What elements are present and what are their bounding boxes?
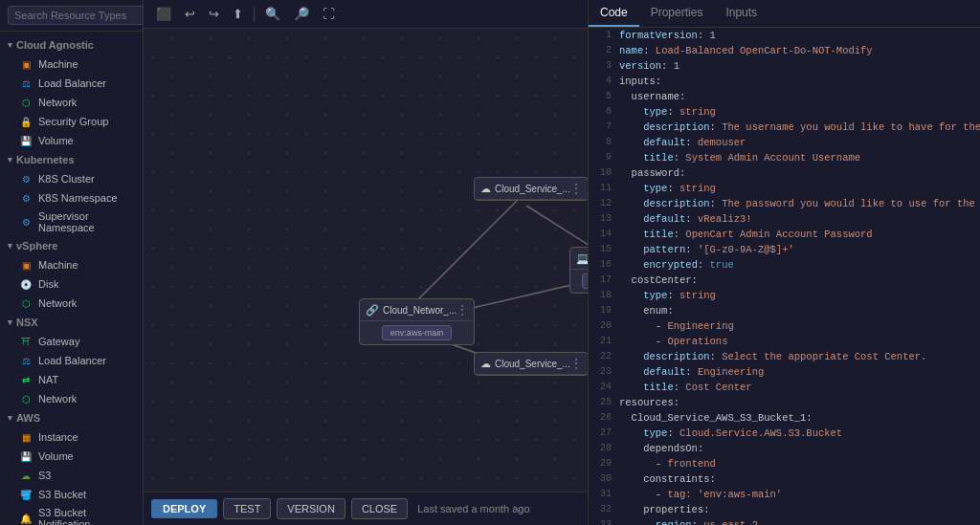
- line-number: 16: [592, 257, 619, 273]
- line-content: constraints:: [619, 471, 976, 487]
- code-line: 19 enum:: [589, 303, 980, 318]
- sidebar-item-supervisor[interactable]: ⚙ Supervisor Namespace: [0, 208, 143, 236]
- category-label: AWS: [16, 412, 40, 424]
- sidebar-item-nat[interactable]: ⇄ NAT: [0, 370, 143, 389]
- line-content: description: The username you would like…: [619, 120, 980, 135]
- sidebar-item-network[interactable]: ⬡ Network: [0, 93, 143, 112]
- node-header: 💻 frontend ⋮: [570, 248, 588, 270]
- node-cloud-service-2[interactable]: ☁ Cloud_Service_... ⋮: [474, 352, 588, 376]
- node-cloud-service-1[interactable]: ☁ Cloud_Service_... ⋮: [474, 177, 588, 201]
- sidebar: ↻ ▾ Cloud Agnostic ▣ Machine ⚖ Load Bala…: [0, 0, 144, 525]
- sidebar-item-label: Volume: [38, 135, 74, 146]
- code-line: 27 type: Cloud.Service.AWS.S3.Bucket: [589, 426, 980, 441]
- deploy-button[interactable]: DEPLOY: [151, 499, 217, 518]
- node-menu-icon[interactable]: ⋮: [457, 303, 468, 317]
- sidebar-item-machine[interactable]: ▣ Machine: [0, 55, 143, 74]
- code-line: 14 title: OpenCart Admin Account Passwor…: [589, 227, 980, 242]
- search-input[interactable]: [8, 6, 144, 25]
- sidebar-item-label: Load Balancer: [38, 355, 106, 366]
- monitor-button[interactable]: ⬛: [151, 4, 176, 24]
- sidebar-item-s3bucket[interactable]: 🪣 S3 Bucket: [0, 485, 143, 504]
- volume-icon: 💾: [19, 449, 33, 463]
- code-line: 11 type: string: [589, 181, 980, 196]
- fullscreen-button[interactable]: ⛶: [318, 4, 340, 24]
- tab-code[interactable]: Code: [589, 0, 639, 27]
- line-number: 26: [592, 410, 619, 426]
- close-button[interactable]: CLOSE: [351, 498, 408, 519]
- category-kubernetes[interactable]: ▾ Kubernetes: [0, 150, 143, 169]
- category-cloud-agnostic[interactable]: ▾ Cloud Agnostic: [0, 35, 143, 55]
- svg-line-4: [412, 196, 522, 306]
- code-line: 13 default: vRealiz3!: [589, 211, 980, 227]
- sidebar-item-vsphere-machine[interactable]: ▣ Machine: [0, 255, 143, 274]
- canvas-toolbar: ⬛ ↩ ↪ ⬆ 🔍 🔎 ⛶: [144, 0, 588, 29]
- line-content: - Operations: [619, 334, 976, 349]
- node-frontend[interactable]: 💻 frontend ⋮ env:aws-main: [569, 247, 588, 294]
- upload-button[interactable]: ⬆: [228, 4, 248, 24]
- sidebar-item-instance[interactable]: ▦ Instance: [0, 427, 143, 447]
- sidebar-item-securitygroup[interactable]: 🔒 Security Group: [0, 112, 143, 131]
- k8s-icon: ⚙: [19, 191, 33, 205]
- sidebar-item-volume[interactable]: 💾 Volume: [0, 131, 143, 150]
- line-content: - Engineering: [619, 318, 976, 334]
- sidebar-item-disk[interactable]: 💿 Disk: [0, 274, 143, 294]
- code-line: 28 dependsOn:: [589, 441, 980, 456]
- line-number: 25: [592, 395, 619, 410]
- category-vsphere[interactable]: ▾ vSphere: [0, 236, 143, 255]
- machine-icon: ▣: [19, 258, 33, 272]
- node-cloud-network[interactable]: 🔗 Cloud_Networ_... ⋮ env:aws-main: [359, 298, 475, 345]
- line-number: 7: [592, 120, 619, 135]
- code-line: 24 title: Cost Center: [589, 380, 980, 395]
- node-header-left: ☁ Cloud_Service_...: [480, 358, 570, 370]
- canvas[interactable]: ☁ Cloud_Service_... ⋮ 💻 frontend ⋮ env:a…: [144, 29, 588, 492]
- line-number: 5: [592, 89, 619, 104]
- category-aws[interactable]: ▾ AWS: [0, 408, 143, 427]
- node-header: ☁ Cloud_Service_... ⋮: [475, 353, 588, 375]
- sidebar-item-k8scluster[interactable]: ⚙ K8S Cluster: [0, 169, 143, 188]
- category-label: Cloud Agnostic: [16, 39, 94, 51]
- redo-button[interactable]: ↪: [204, 4, 224, 24]
- sidebar-item-loadbalancer[interactable]: ⚖ Load Balancer: [0, 74, 143, 93]
- code-line: 21 - Operations: [589, 334, 980, 349]
- line-content: password:: [619, 165, 976, 181]
- node-header-left: 🔗 Cloud_Networ_...: [366, 304, 457, 317]
- node-badge: env:aws-main: [582, 273, 588, 289]
- category-nsx[interactable]: ▾ NSX: [0, 313, 143, 332]
- line-content: title: OpenCart Admin Account Password: [619, 227, 976, 242]
- line-content: description: Select the appopriate Cost …: [619, 349, 976, 364]
- sidebar-item-nsx-lb[interactable]: ⚖ Load Balancer: [0, 351, 143, 370]
- sidebar-item-k8snamespace[interactable]: ⚙ K8S Namespace: [0, 188, 143, 208]
- code-line: 20 - Engineering: [589, 318, 980, 334]
- line-content: title: System Admin Account Username: [619, 150, 976, 165]
- tab-inputs[interactable]: Inputs: [714, 0, 768, 27]
- sidebar-item-s3[interactable]: ☁ S3: [0, 466, 143, 485]
- code-content[interactable]: 1formatVersion: 12name: Load-Balanced Op…: [589, 28, 980, 525]
- code-line: 25resources:: [589, 395, 980, 410]
- test-button[interactable]: TEST: [223, 498, 271, 519]
- line-content: resources:: [619, 395, 976, 410]
- line-content: costCenter:: [619, 273, 976, 288]
- tab-properties[interactable]: Properties: [639, 0, 715, 27]
- sidebar-item-aws-volume[interactable]: 💾 Volume: [0, 447, 143, 466]
- loadbalancer-icon: ⚖: [19, 77, 33, 90]
- line-number: 20: [592, 318, 619, 334]
- sidebar-item-label: NAT: [38, 374, 58, 385]
- code-line: 6 type: string: [589, 104, 980, 120]
- sidebar-item-nsx-network[interactable]: ⬡ Network: [0, 389, 143, 408]
- sidebar-item-gateway[interactable]: ⛩ Gateway: [0, 332, 143, 351]
- node-menu-icon[interactable]: ⋮: [570, 357, 582, 370]
- node-menu-icon[interactable]: ⋮: [570, 182, 582, 195]
- sidebar-item-vsphere-network[interactable]: ⬡ Network: [0, 294, 143, 313]
- node-header-left: ☁ Cloud_Service_...: [480, 183, 570, 195]
- sidebar-item-label: Network: [38, 297, 77, 309]
- category-label: vSphere: [16, 240, 57, 252]
- line-content: pattern: '[G-z0-9A-Z@$]+': [619, 242, 976, 257]
- zoom-in-button[interactable]: 🔍: [260, 4, 285, 24]
- version-button[interactable]: VERSION: [277, 498, 345, 519]
- sidebar-content: ▾ Cloud Agnostic ▣ Machine ⚖ Load Balanc…: [0, 32, 143, 525]
- zoom-out-button[interactable]: 🔎: [289, 4, 314, 24]
- line-number: 14: [592, 227, 619, 242]
- sidebar-item-s3notification[interactable]: 🔔 S3 Bucket Notification: [0, 504, 143, 525]
- undo-button[interactable]: ↩: [180, 4, 200, 24]
- line-content: type: string: [619, 104, 976, 120]
